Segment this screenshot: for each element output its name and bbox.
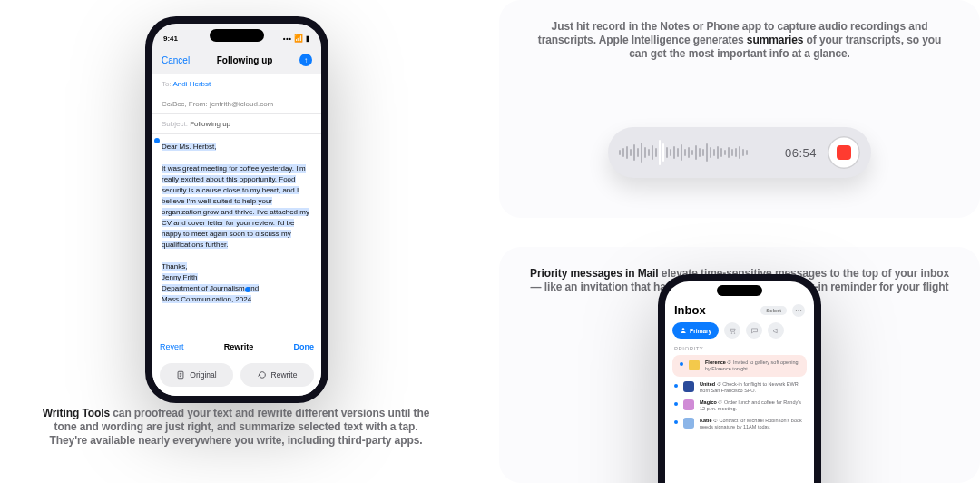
priority-highlight[interactable]: Florence ⏱ Invited to gallery soft openi… [672, 355, 807, 377]
to-field[interactable]: To: Andi Herbst [152, 74, 321, 94]
original-chip[interactable]: Original [160, 363, 233, 387]
unread-dot [674, 384, 678, 388]
selection-handle-end[interactable] [245, 287, 250, 292]
recording-time: 06:54 [785, 146, 817, 160]
avatar [683, 399, 694, 410]
inbox-message[interactable]: Magico ⏱ Order lunch and coffee for Rand… [665, 397, 814, 415]
category-chat[interactable] [746, 322, 762, 339]
selection-handle-start[interactable] [154, 138, 160, 143]
category-news[interactable] [768, 322, 784, 339]
compose-title: Following up [217, 55, 273, 65]
select-button[interactable]: Select [760, 306, 787, 315]
compose-body[interactable]: Dear Ms. Herbst, It was great meeting fo… [152, 134, 321, 312]
audio-recording-pill: 06:54 [608, 127, 871, 178]
audio-waveform [619, 140, 774, 165]
inbox-message[interactable]: United ⏱ Check-in for flight to Newark E… [665, 379, 814, 397]
megaphone-icon [772, 327, 780, 335]
writing-tools-caption: Writing Tools can proofread your text an… [36, 407, 436, 448]
rewrite-label: Rewrite [224, 342, 254, 351]
document-icon [176, 370, 185, 380]
unread-dot [680, 362, 683, 366]
avatar [689, 360, 700, 370]
audio-summaries-caption: Just hit record in the Notes or Phone ap… [499, 0, 980, 61]
inbox-title: Inbox [674, 303, 706, 317]
stop-icon [837, 145, 851, 160]
subject-field[interactable]: Subject: Following up [152, 114, 321, 134]
writing-tools-section: 9:41 ••• 📶 ▮ Cancel Following up ↑ To: A… [0, 0, 472, 483]
status-indicators: ••• 📶 ▮ [283, 34, 310, 43]
status-bar: 9:41 ••• 📶 ▮ [152, 24, 321, 45]
chat-icon [750, 327, 759, 335]
stop-recording-button[interactable] [828, 136, 860, 169]
phone-mockup-mail-compose: 9:41 ••• 📶 ▮ Cancel Following up ↑ To: A… [145, 16, 328, 403]
category-primary[interactable]: Primary [672, 322, 719, 339]
priority-mail-card: Priority messages in Mail elevate time-s… [499, 247, 980, 483]
status-time: 9:41 [163, 34, 178, 43]
cc-from-field[interactable]: Cc/Bcc, From: jenfrith@icloud.com [152, 94, 321, 114]
selected-text: Dear Ms. Herbst, It was great meeting fo… [162, 143, 309, 303]
rewrite-chip[interactable]: Rewrite [240, 363, 314, 387]
revert-button[interactable]: Revert [160, 342, 184, 351]
unread-dot [674, 402, 678, 406]
phone-mockup-inbox: Inbox Select ⋯ Primary [658, 274, 821, 483]
more-icon[interactable]: ⋯ [792, 304, 805, 317]
rewrite-toolbar: Revert Rewrite Done [160, 336, 314, 358]
cancel-button[interactable]: Cancel [162, 55, 190, 65]
rewrite-icon [258, 370, 267, 380]
send-button[interactable]: ↑ [299, 54, 312, 66]
svg-point-1 [682, 328, 685, 330]
person-icon [680, 327, 687, 334]
inbox-message[interactable]: Katie ⏱ Contract for Michael Robinson's … [665, 415, 814, 433]
done-button[interactable]: Done [294, 342, 315, 351]
category-cart[interactable] [724, 322, 740, 339]
category-row: Primary [665, 317, 814, 344]
cart-icon [729, 327, 737, 335]
audio-summaries-card: Just hit record in the Notes or Phone ap… [499, 0, 980, 218]
priority-section-label: PRIORITY [665, 344, 814, 353]
avatar [683, 381, 694, 392]
avatar [683, 418, 694, 429]
unread-dot [674, 420, 678, 424]
